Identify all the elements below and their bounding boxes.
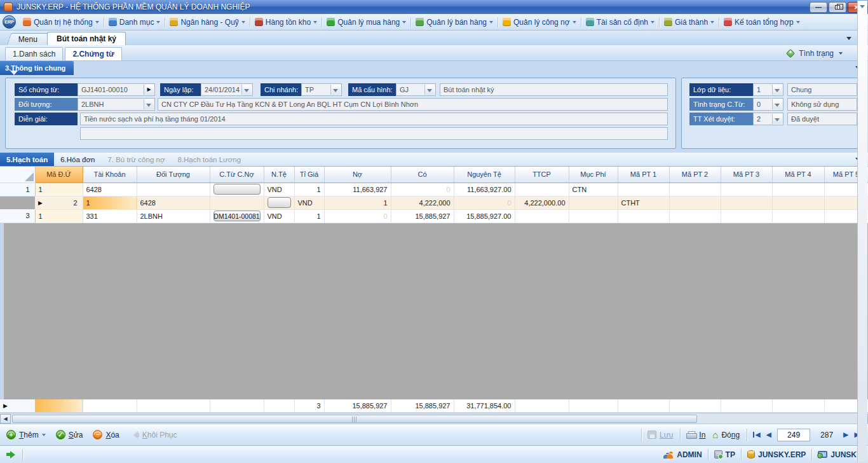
side-code-field-2[interactable]: 0 [753, 98, 783, 111]
tab-chung-tu[interactable]: 2.Chứng từ [65, 47, 121, 60]
restore-button[interactable]: Khôi Phục [130, 431, 177, 439]
grid-cell[interactable]: VND [264, 183, 294, 196]
column-header-14[interactable]: Mã PT 3 [721, 167, 772, 183]
chevron-down-icon[interactable] [839, 52, 843, 57]
grid-tab-2[interactable]: 6.Hóa đơn [54, 153, 101, 166]
grid-cell[interactable]: 331 [83, 209, 137, 223]
doi-tuong-name-field[interactable]: CN CTY CP Đầu Tư Hạ Tầng KCN & ĐT Long A… [158, 98, 668, 111]
menu-item-5[interactable]: Quản lý mua hàng [322, 15, 410, 29]
column-header-12[interactable]: Mã PT 1 [618, 167, 669, 183]
grid-cell[interactable]: 1 [324, 196, 391, 209]
column-header-7[interactable]: Nợ [324, 167, 391, 183]
restore-button[interactable] [829, 2, 846, 13]
tab-but-toan-nhat-ky[interactable]: Bút toán nhật ký [47, 32, 126, 45]
grid-cell[interactable]: 0 [454, 196, 515, 209]
tab-menu[interactable]: Menu [7, 33, 51, 45]
grid-cell[interactable] [772, 209, 824, 223]
previous-record-button[interactable]: ◀ [766, 431, 771, 439]
grid-tab-1[interactable]: 5.Hạch toán [0, 153, 54, 166]
grid-cell[interactable]: 11,663,927.00 [454, 183, 515, 196]
column-header-6[interactable]: Tỉ Giá [294, 167, 324, 183]
column-header-1[interactable]: Mã Đ.Ứ [35, 167, 83, 183]
grid-cell[interactable]: CTN [569, 183, 618, 196]
ngay-lap-field[interactable]: 24/01/2014 [201, 83, 253, 96]
grid-cell[interactable]: 4,222,000.00 [515, 196, 569, 209]
menu-item-10[interactable]: Kế toán tổng hợp [719, 15, 804, 29]
print-button[interactable]: In [686, 431, 705, 439]
menu-item-1[interactable]: Quản trị hệ thống [18, 15, 104, 29]
doc-ref-button[interactable] [214, 184, 261, 195]
grid-cell[interactable] [772, 196, 824, 209]
column-header-9[interactable]: Nguyên Tệ [454, 167, 515, 183]
side-code-field-1[interactable]: 1 [753, 83, 783, 96]
column-header-4[interactable]: C.Từ C.Nợ [210, 167, 264, 183]
next-record-button[interactable]: ▶ [843, 431, 848, 439]
first-record-button[interactable]: ◀ [753, 431, 760, 439]
status-filter-label[interactable]: Tình trạng [799, 49, 834, 58]
grid-cell[interactable]: 1 [294, 183, 324, 196]
column-header-10[interactable]: TTCP [515, 167, 569, 183]
grid-cell[interactable]: 1 [35, 183, 83, 196]
grid-cell[interactable]: 2LBNH [137, 209, 210, 223]
side-text-field-3[interactable]: Đã duyệt [787, 113, 857, 125]
lookup-icon[interactable]: ▶ [144, 85, 154, 95]
column-header-15[interactable]: Mã PT 4 [772, 167, 824, 183]
grid-corner-cell[interactable] [0, 167, 35, 183]
grid-cell[interactable]: 6428 [137, 196, 210, 209]
grid-cell[interactable] [669, 196, 721, 209]
column-header-5[interactable]: N.Tệ [264, 167, 294, 183]
record-number-input[interactable] [777, 429, 810, 441]
menu-item-7[interactable]: Quản lý công nợ [498, 15, 581, 29]
grid-cell[interactable] [618, 183, 669, 196]
grid-cell[interactable]: 1 [83, 196, 137, 209]
row-header[interactable]: 1 [0, 183, 35, 196]
horizontal-scrollbar[interactable]: ◀ ▶ [0, 413, 868, 424]
grid-cell[interactable]: DM1401-00081 [210, 209, 264, 223]
close-form-button[interactable]: ⌂ Đóng [712, 431, 740, 439]
grid-cell[interactable] [721, 183, 772, 196]
side-code-field-3[interactable]: 2 [753, 113, 783, 125]
grid-cell[interactable] [515, 183, 569, 196]
dien-giai-extra-field[interactable] [80, 127, 668, 140]
grid-cell[interactable]: 0 [324, 209, 391, 223]
grid-cell[interactable]: VND [264, 209, 294, 223]
grid-cell[interactable] [569, 209, 618, 223]
menu-item-6[interactable]: Quản lý bán hàng [411, 15, 498, 29]
scrollbar-thumb[interactable] [12, 415, 697, 423]
so-chung-tu-field[interactable]: GJ1401-00010▶ [78, 83, 155, 96]
minimize-button[interactable]: — [810, 2, 827, 13]
chevron-down-icon[interactable] [846, 37, 851, 43]
doc-ref-button[interactable]: DM1401-00081 [214, 211, 261, 221]
column-header-11[interactable]: Mục Phí [569, 167, 618, 183]
grid-cell[interactable] [618, 209, 669, 223]
menu-item-4[interactable]: Hàng tồn kho [250, 15, 322, 29]
grid-cell[interactable]: 1 [35, 209, 83, 223]
save-button[interactable]: Lưu [648, 431, 673, 439]
menu-item-8[interactable]: Tài sản cố định [581, 15, 659, 29]
add-button[interactable]: + Thêm [6, 430, 46, 439]
column-header-8[interactable]: Có [391, 167, 454, 183]
delete-button[interactable]: − Xóa [93, 430, 119, 439]
side-text-field-2[interactable]: Không sử dụng [787, 98, 857, 111]
menu-item-9[interactable]: Giá thành [660, 15, 719, 29]
ma-cau-hinh-desc-field[interactable]: Bút toán nhật ký [440, 83, 668, 96]
menu-item-2[interactable]: Danh mục [104, 15, 165, 29]
column-header-3[interactable]: Đối Tượng [137, 167, 210, 183]
row-header[interactable]: 2▶ [35, 196, 83, 209]
grid-cell[interactable] [824, 196, 868, 209]
row-header[interactable]: 3 [0, 209, 35, 223]
ma-cau-hinh-field[interactable]: GJ [396, 83, 436, 96]
grid-cell[interactable]: 1 [294, 209, 324, 223]
grid-cell[interactable] [569, 196, 618, 209]
grid-cell[interactable] [137, 183, 210, 196]
grid-cell[interactable]: 0 [391, 183, 454, 196]
grid-cell[interactable]: 15,885,927.00 [454, 209, 515, 223]
grid-cell[interactable] [210, 196, 264, 209]
grid-cell[interactable] [669, 209, 721, 223]
grid-cell[interactable] [721, 196, 772, 209]
grid-cell[interactable] [515, 209, 569, 223]
grid-cell[interactable]: 4,222,000 [391, 196, 454, 209]
tab-danh-sach[interactable]: 1.Danh sách [5, 47, 63, 60]
column-header-13[interactable]: Mã PT 2 [669, 167, 721, 183]
grid-cell[interactable]: 6428 [83, 183, 137, 196]
